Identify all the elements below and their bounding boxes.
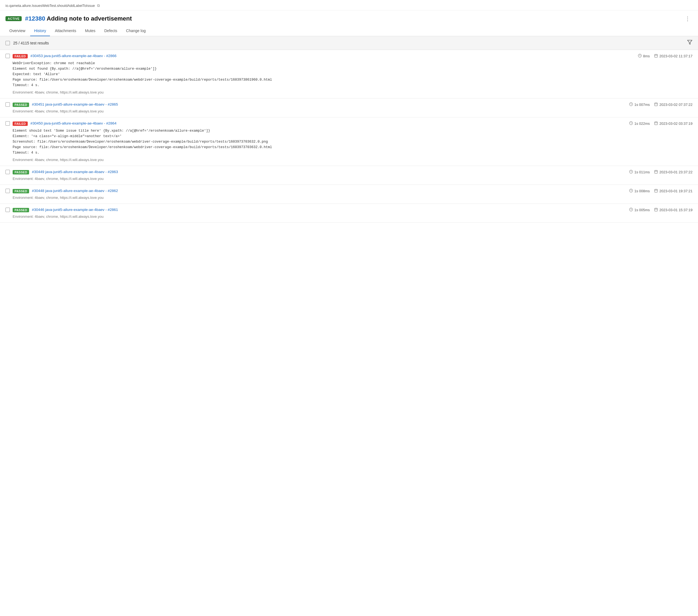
calendar-icon bbox=[654, 102, 658, 107]
select-all-checkbox[interactable] bbox=[5, 41, 10, 45]
table-row: FAILED #30453 java-junit5-allure-example… bbox=[0, 50, 698, 99]
test-link[interactable]: #30453 java-junit5-allure-example-ae-4ba… bbox=[30, 54, 116, 58]
calendar-icon bbox=[654, 207, 658, 212]
row-checkbox[interactable] bbox=[5, 207, 10, 212]
status-badge: FAILED bbox=[13, 54, 28, 58]
clock-icon bbox=[629, 102, 633, 107]
tab-mutes[interactable]: Mutes bbox=[81, 26, 99, 36]
test-env: Environment: 4baev, chrome, https://i.wi… bbox=[13, 90, 693, 94]
row-checkbox[interactable] bbox=[5, 102, 10, 107]
table-row: PASSED #30448 java-junit5-allure-example… bbox=[0, 185, 698, 204]
breadcrumb-text: io.qameta.allure.IssuesWebTest.shouldAdd… bbox=[5, 3, 95, 8]
test-env: Environment: 4baev, chrome, https://i.wi… bbox=[13, 177, 693, 181]
tab-defects[interactable]: Defects bbox=[100, 26, 121, 36]
duration-value: 1s 008ms bbox=[634, 189, 650, 193]
test-item-left: PASSED #30449 java-junit5-allure-example… bbox=[5, 170, 118, 174]
date-value: 2023-03-02 11:37:17 bbox=[659, 54, 693, 58]
date-value: 2023-03-02 07:37:22 bbox=[659, 103, 693, 107]
table-row: FAILED #30450 java-junit5-allure-example… bbox=[0, 117, 698, 166]
tab-attachments[interactable]: Attachments bbox=[51, 26, 80, 36]
duration-meta: 1s 011ms bbox=[629, 170, 650, 174]
duration-meta: 1s 022ms bbox=[629, 121, 650, 126]
date-value: 2023-03-01 15:37:19 bbox=[659, 208, 693, 212]
test-link[interactable]: #30450 java-junit5-allure-example-ae-4ba… bbox=[30, 121, 116, 125]
row-checkbox[interactable] bbox=[5, 121, 10, 126]
tab-change-log[interactable]: Change log bbox=[122, 26, 150, 36]
svg-rect-12 bbox=[655, 122, 658, 125]
test-meta: 1s 011ms 2023-03-01 23:37:22 bbox=[629, 170, 693, 174]
calendar-icon bbox=[654, 121, 658, 126]
date-meta: 2023-03-02 03:37:19 bbox=[654, 121, 693, 126]
table-row: PASSED #30446 java-junit5-allure-example… bbox=[0, 204, 698, 223]
status-badge: PASSED bbox=[13, 103, 29, 107]
status-badge: FAILED bbox=[13, 121, 28, 126]
test-item-left: FAILED #30450 java-junit5-allure-example… bbox=[5, 121, 116, 126]
clock-icon bbox=[638, 54, 642, 58]
duration-value: 1s 022ms bbox=[634, 121, 650, 126]
date-value: 2023-03-02 03:37:19 bbox=[659, 121, 693, 126]
date-meta: 2023-03-01 19:37:21 bbox=[654, 189, 693, 194]
svg-rect-2 bbox=[655, 54, 658, 57]
issue-header-left: ACTIVE #12380 Adding note to advertiseme… bbox=[5, 15, 132, 22]
test-body: Environment: 4baev, chrome, https://i.wi… bbox=[13, 177, 693, 181]
calendar-icon bbox=[654, 189, 658, 194]
calendar-icon bbox=[654, 170, 658, 174]
clock-icon bbox=[629, 121, 633, 126]
issue-number: #12380 bbox=[25, 15, 45, 22]
status-badge: PASSED bbox=[13, 189, 29, 194]
test-item-left: PASSED #30448 java-junit5-allure-example… bbox=[5, 189, 118, 194]
test-item-header: FAILED #30453 java-junit5-allure-example… bbox=[5, 54, 693, 58]
calendar-icon bbox=[654, 54, 658, 58]
tab-history[interactable]: History bbox=[30, 26, 50, 36]
test-body: Environment: 4baev, chrome, https://i.wi… bbox=[13, 214, 693, 219]
clock-icon bbox=[629, 170, 633, 174]
test-item-left: PASSED #30451 java-junit5-allure-example… bbox=[5, 102, 118, 107]
row-checkbox[interactable] bbox=[5, 189, 10, 193]
results-bar-left: 25 / 4115 test results bbox=[5, 41, 49, 45]
status-badge: PASSED bbox=[13, 208, 29, 212]
date-value: 2023-03-01 23:37:22 bbox=[659, 170, 693, 174]
copy-icon[interactable]: ⧉ bbox=[97, 3, 100, 8]
issue-title-text: Adding note to advertisement bbox=[47, 15, 132, 22]
test-body: Environment: 4baev, chrome, https://i.wi… bbox=[13, 109, 693, 113]
test-link[interactable]: #30448 java-junit5-allure-example-ae-4ba… bbox=[32, 189, 118, 193]
duration-value: 1s 005ms bbox=[634, 208, 650, 212]
test-link[interactable]: #30451 java-junit5-allure-example-ae-4ba… bbox=[32, 102, 118, 106]
breadcrumb-bar: io.qameta.allure.IssuesWebTest.shouldAdd… bbox=[0, 0, 698, 11]
duration-value: 1s 007ms bbox=[634, 103, 650, 107]
test-meta: 8ms 2023-03-02 11:37:17 bbox=[638, 54, 693, 58]
results-count: 25 / 4115 test results bbox=[13, 41, 49, 45]
test-error: WebDriverException: chrome not reachable… bbox=[13, 61, 693, 88]
results-bar: 25 / 4115 test results bbox=[0, 36, 698, 50]
test-env: Environment: 4baev, chrome, https://i.wi… bbox=[13, 196, 693, 200]
svg-rect-7 bbox=[655, 103, 658, 106]
filter-icon[interactable] bbox=[687, 40, 693, 46]
svg-marker-0 bbox=[687, 40, 692, 44]
more-options-button[interactable]: ⋮ bbox=[683, 14, 693, 23]
clock-icon bbox=[629, 207, 633, 212]
svg-rect-27 bbox=[655, 208, 658, 211]
row-checkbox[interactable] bbox=[5, 170, 10, 174]
test-link[interactable]: #30446 java-junit5-allure-example-ae-4ba… bbox=[32, 207, 118, 212]
test-meta: 1s 005ms 2023-03-01 15:37:19 bbox=[629, 207, 693, 212]
duration-meta: 1s 005ms bbox=[629, 207, 650, 212]
duration-meta: 1s 008ms bbox=[629, 189, 650, 194]
test-list: FAILED #30453 java-junit5-allure-example… bbox=[0, 50, 698, 223]
duration-value: 1s 011ms bbox=[634, 170, 650, 174]
active-badge: ACTIVE bbox=[5, 16, 22, 21]
date-meta: 2023-03-02 07:37:22 bbox=[654, 102, 693, 107]
test-item-left: FAILED #30453 java-junit5-allure-example… bbox=[5, 54, 116, 58]
test-env: Environment: 4baev, chrome, https://i.wi… bbox=[13, 158, 693, 162]
duration-value: 8ms bbox=[643, 54, 650, 58]
test-item-header: PASSED #30451 java-junit5-allure-example… bbox=[5, 102, 693, 107]
test-error: Element should text 'Some issue title he… bbox=[13, 128, 693, 156]
tab-overview[interactable]: Overview bbox=[5, 26, 29, 36]
test-meta: 1s 022ms 2023-03-02 03:37:19 bbox=[629, 121, 693, 126]
tabs-bar: Overview History Attachments Mutes Defec… bbox=[0, 26, 698, 36]
test-link[interactable]: #30449 java-junit5-allure-example-ae-4ba… bbox=[32, 170, 118, 174]
row-checkbox[interactable] bbox=[5, 54, 10, 58]
test-item-left: PASSED #30446 java-junit5-allure-example… bbox=[5, 207, 118, 212]
table-row: PASSED #30451 java-junit5-allure-example… bbox=[0, 99, 698, 117]
test-item-header: PASSED #30446 java-junit5-allure-example… bbox=[5, 207, 693, 212]
test-env: Environment: 4baev, chrome, https://i.wi… bbox=[13, 214, 693, 219]
